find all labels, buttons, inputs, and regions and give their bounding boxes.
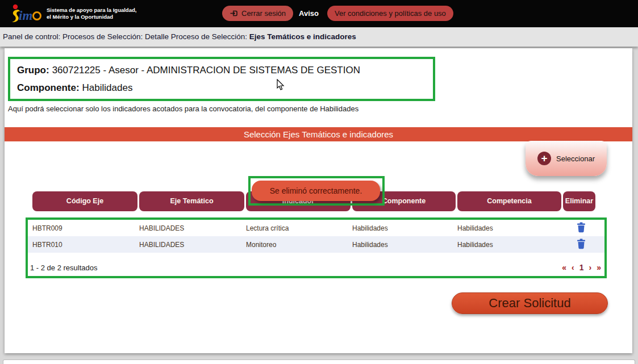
helper-text: Aquí podrá seleccionar solo los indicado… xyxy=(8,104,358,113)
column-header-eliminar[interactable]: Eliminar xyxy=(563,191,595,211)
componente-value: Habilidades xyxy=(82,82,133,93)
componente-label: Componente: xyxy=(17,82,80,93)
toast-message: Se eliminó correctamente. xyxy=(252,181,380,201)
breadcrumb-current: Ejes Temáticos e indicadores xyxy=(249,32,356,41)
pagination-prev-button[interactable]: ‹ xyxy=(572,263,574,272)
logo-tagline: Sistema de apoyo para la Igualdad, el Mé… xyxy=(47,7,136,21)
toast-annotation-box: Se eliminó correctamente. xyxy=(248,176,385,206)
logout-icon xyxy=(230,9,238,18)
pagination-page-1[interactable]: 1 xyxy=(579,263,584,272)
footer-card-edge xyxy=(3,359,635,364)
pagination-last-button[interactable]: » xyxy=(597,263,601,272)
page: im Sistema de apoyo para la Igualdad, el… xyxy=(0,0,638,364)
table-body-box: HBTR009 HABILIDADES Lectura crítica Habi… xyxy=(26,217,607,278)
table-row: HBTR010 HABILIDADES Monitoreo Habilidade… xyxy=(28,236,604,253)
column-header-competencia[interactable]: Competencia xyxy=(457,191,561,211)
cell-competencia: Habilidades xyxy=(457,224,493,232)
conditions-button[interactable]: Ver condiciones y políticas de uso xyxy=(327,6,453,21)
delete-row-button[interactable] xyxy=(572,239,590,251)
pagination-next-button[interactable]: › xyxy=(589,263,592,272)
conditions-label: Ver condiciones y políticas de uso xyxy=(335,9,446,18)
logout-label: Cerrar sesión xyxy=(241,9,286,18)
aviso-link[interactable]: Aviso xyxy=(299,9,319,18)
section-title: Selección Ejes Temáticos e indicadores xyxy=(244,129,393,139)
column-header-eje-tematico[interactable]: Eje Temático xyxy=(139,191,244,211)
select-button[interactable]: + Seleccionar xyxy=(526,141,607,176)
section-title-bar: Selección Ejes Temáticos e indicadores xyxy=(5,127,632,141)
table-footer: 1 - 2 de 2 resultados « ‹ 1 › » xyxy=(28,253,604,276)
simo-logo[interactable]: im Sistema de apoyo para la Igualdad, el… xyxy=(9,2,136,26)
content-card: Grupo:360721225 - Asesor - ADMINISTRACIO… xyxy=(5,48,632,353)
simo-logo-icon: im xyxy=(9,2,42,26)
logo-tagline-line2: el Mérito y la Oportunidad xyxy=(47,14,136,20)
logout-button[interactable]: Cerrar sesión xyxy=(222,6,293,21)
top-header: im Sistema de apoyo para la Igualdad, el… xyxy=(0,0,638,27)
breadcrumb: Panel de control: Procesos de Selección:… xyxy=(0,27,638,47)
plus-icon: + xyxy=(537,152,551,165)
delete-row-button[interactable] xyxy=(572,222,590,235)
pagination: « ‹ 1 › » xyxy=(562,263,601,272)
cell-eje-tematico: HABILIDADES xyxy=(139,241,184,249)
cell-indicador: Lectura crítica xyxy=(246,224,289,232)
cell-eje-tematico: HABILIDADES xyxy=(139,224,184,232)
create-request-button[interactable]: Crear Solicitud xyxy=(452,292,608,314)
cell-componente: Habilidades xyxy=(352,241,388,249)
cell-competencia: Habilidades xyxy=(457,241,493,249)
logo-tagline-line1: Sistema de apoyo para la Igualdad, xyxy=(47,7,136,14)
grupo-label: Grupo: xyxy=(17,65,49,76)
table-row: HBTR009 HABILIDADES Lectura crítica Habi… xyxy=(28,220,604,236)
trash-icon xyxy=(577,222,586,233)
grupo-line: Grupo:360721225 - Asesor - ADMINISTRACIO… xyxy=(17,65,433,76)
results-count: 1 - 2 de 2 resultados xyxy=(30,263,98,272)
trash-icon xyxy=(577,239,586,249)
column-header-codigo-eje[interactable]: Código Eje xyxy=(32,191,137,211)
componente-line: Componente:Habilidades xyxy=(17,82,433,94)
pagination-first-button[interactable]: « xyxy=(562,263,566,272)
breadcrumb-path[interactable]: Panel de control: Procesos de Selección:… xyxy=(3,32,249,41)
cell-componente: Habilidades xyxy=(352,224,388,232)
cell-indicador: Monitoreo xyxy=(246,241,276,249)
svg-text:im: im xyxy=(19,9,32,23)
select-button-label: Seleccionar xyxy=(556,154,595,163)
cell-codigo-eje: HBTR009 xyxy=(32,224,62,232)
cell-codigo-eje: HBTR010 xyxy=(32,241,62,249)
group-info-box: Grupo:360721225 - Asesor - ADMINISTRACIO… xyxy=(8,57,435,101)
grupo-value: 360721225 - Asesor - ADMINISTRACION DE S… xyxy=(52,65,360,76)
